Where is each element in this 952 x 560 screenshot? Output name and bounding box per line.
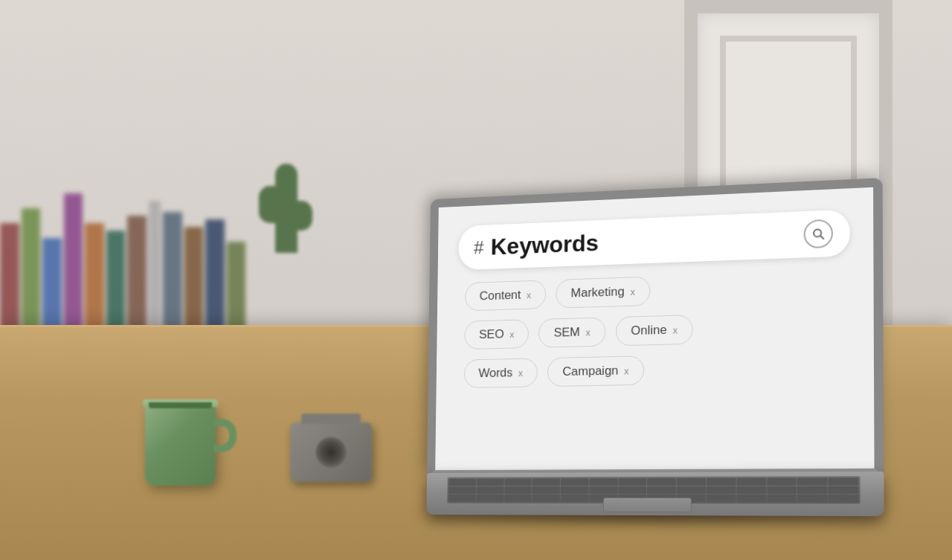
tags-row-1: Content x Marketing x [465, 270, 843, 312]
search-input-label[interactable]: Keywords [491, 221, 797, 260]
trackpad[interactable] [603, 498, 692, 512]
tag-words-close[interactable]: x [518, 367, 523, 379]
tag-marketing-label: Marketing [570, 285, 624, 301]
tag-campaign[interactable]: Campaign x [547, 355, 644, 387]
tag-seo-close[interactable]: x [509, 329, 514, 340]
tags-row-3: Words x Campaign x [464, 351, 843, 388]
tag-sem-label: SEM [553, 325, 579, 340]
scene: # Keywords [0, 0, 952, 560]
tag-sem[interactable]: SEM x [538, 317, 605, 347]
tag-online-close[interactable]: x [673, 324, 678, 335]
cactus-decoration [275, 164, 298, 253]
tag-content-close[interactable]: x [527, 289, 531, 300]
tags-row-2: SEO x SEM x Online x [464, 310, 843, 350]
tag-words-label: Words [478, 366, 512, 381]
svg-line-1 [820, 236, 823, 239]
tag-online-label: Online [631, 323, 666, 338]
tag-content-label: Content [480, 288, 521, 303]
tag-seo-label: SEO [479, 327, 504, 342]
search-icon [811, 227, 826, 241]
laptop-base [426, 472, 884, 516]
tag-marketing[interactable]: Marketing x [556, 277, 650, 309]
camera [290, 422, 372, 482]
tag-marketing-close[interactable]: x [630, 286, 634, 297]
search-button[interactable] [804, 219, 833, 249]
tag-seo[interactable]: SEO x [464, 319, 529, 350]
hash-icon: # [474, 236, 484, 259]
tag-sem-close[interactable]: x [585, 326, 590, 338]
tag-words[interactable]: Words x [464, 358, 538, 388]
screen-content: # Keywords [435, 187, 874, 470]
laptop: # Keywords [426, 472, 884, 516]
tag-content[interactable]: Content x [465, 280, 546, 311]
keyword-search-bar[interactable]: # Keywords [458, 209, 850, 270]
tags-area: Content x Marketing x SEO [457, 269, 850, 388]
tag-campaign-label: Campaign [562, 364, 618, 379]
laptop-screen-wrapper: # Keywords [427, 178, 884, 476]
tag-campaign-close[interactable]: x [624, 365, 628, 376]
laptop-screen: # Keywords [427, 178, 884, 476]
tag-online[interactable]: Online x [616, 315, 693, 346]
coffee-mug [145, 404, 216, 486]
